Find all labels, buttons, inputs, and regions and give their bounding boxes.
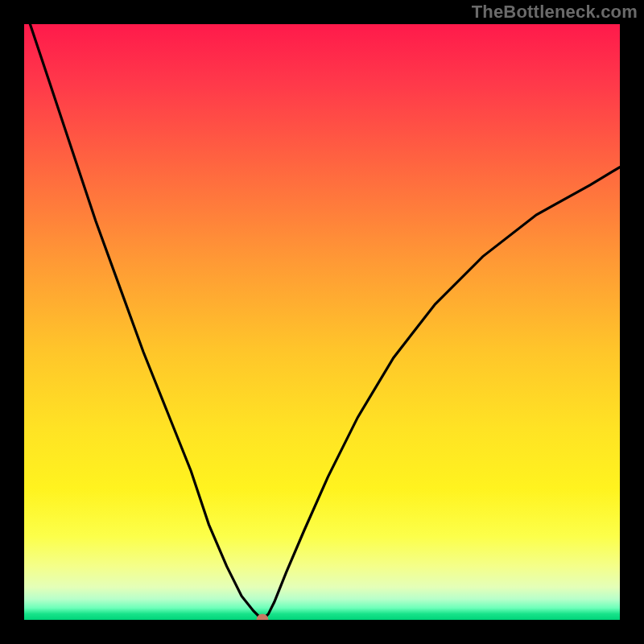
chart-frame: TheBottleneck.com [0, 0, 644, 644]
watermark-text: TheBottleneck.com [472, 2, 638, 23]
bottleneck-curve-path [24, 24, 620, 618]
curve-svg [24, 24, 620, 620]
plot-area [24, 24, 620, 620]
